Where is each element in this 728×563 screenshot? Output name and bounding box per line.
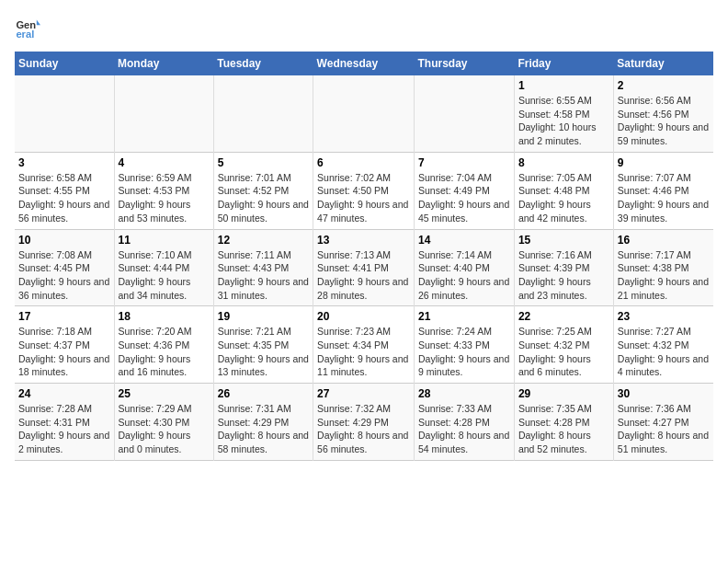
calendar-week-row: 3Sunrise: 6:58 AM Sunset: 4:55 PM Daylig… — [15, 152, 713, 229]
calendar-cell — [213, 75, 313, 152]
day-info: Sunrise: 7:24 AM Sunset: 4:33 PM Dayligh… — [418, 325, 510, 379]
weekday-header-monday: Monday — [114, 52, 213, 75]
day-number: 13 — [317, 234, 410, 247]
day-number: 7 — [418, 156, 510, 169]
calendar-cell: 29Sunrise: 7:35 AM Sunset: 4:28 PM Dayli… — [514, 384, 613, 461]
day-info: Sunrise: 7:29 AM Sunset: 4:30 PM Dayligh… — [119, 402, 210, 456]
calendar-cell: 17Sunrise: 7:18 AM Sunset: 4:37 PM Dayli… — [15, 306, 114, 384]
day-number: 14 — [418, 234, 510, 247]
calendar-cell: 26Sunrise: 7:31 AM Sunset: 4:29 PM Dayli… — [213, 384, 313, 461]
calendar-cell: 6Sunrise: 7:02 AM Sunset: 4:50 PM Daylig… — [313, 152, 415, 229]
calendar-cell: 4Sunrise: 6:59 AM Sunset: 4:53 PM Daylig… — [114, 152, 213, 229]
calendar-cell: 2Sunrise: 6:56 AM Sunset: 4:56 PM Daylig… — [613, 75, 713, 152]
day-number: 9 — [618, 156, 710, 169]
day-number: 17 — [18, 310, 110, 323]
day-info: Sunrise: 7:02 AM Sunset: 4:50 PM Dayligh… — [317, 171, 410, 225]
calendar-header: SundayMondayTuesdayWednesdayThursdayFrid… — [15, 52, 713, 75]
day-info: Sunrise: 7:14 AM Sunset: 4:40 PM Dayligh… — [418, 248, 510, 303]
day-info: Sunrise: 7:08 AM Sunset: 4:45 PM Dayligh… — [18, 248, 110, 303]
calendar-cell: 20Sunrise: 7:23 AM Sunset: 4:34 PM Dayli… — [313, 306, 415, 384]
calendar-cell: 5Sunrise: 7:01 AM Sunset: 4:52 PM Daylig… — [213, 152, 313, 229]
calendar-week-row: 17Sunrise: 7:18 AM Sunset: 4:37 PM Dayli… — [15, 306, 713, 384]
calendar-cell: 25Sunrise: 7:29 AM Sunset: 4:30 PM Dayli… — [114, 384, 213, 461]
day-number: 3 — [18, 156, 110, 169]
svg-marker-2 — [37, 20, 40, 26]
calendar-week-row: 1Sunrise: 6:55 AM Sunset: 4:58 PM Daylig… — [15, 75, 713, 152]
logo: Gen eral — [15, 15, 44, 40]
day-number: 29 — [518, 387, 609, 400]
day-number: 6 — [317, 156, 410, 169]
day-info: Sunrise: 7:32 AM Sunset: 4:29 PM Dayligh… — [317, 402, 410, 456]
day-info: Sunrise: 7:01 AM Sunset: 4:52 PM Dayligh… — [218, 171, 309, 225]
svg-text:eral: eral — [16, 29, 34, 40]
logo-icon: Gen eral — [15, 15, 40, 40]
day-info: Sunrise: 7:04 AM Sunset: 4:49 PM Dayligh… — [418, 171, 510, 225]
calendar-cell: 9Sunrise: 7:07 AM Sunset: 4:46 PM Daylig… — [613, 152, 713, 229]
day-info: Sunrise: 7:28 AM Sunset: 4:31 PM Dayligh… — [18, 402, 110, 456]
day-info: Sunrise: 7:36 AM Sunset: 4:27 PM Dayligh… — [618, 402, 710, 456]
day-number: 30 — [618, 387, 710, 400]
day-info: Sunrise: 7:20 AM Sunset: 4:36 PM Dayligh… — [119, 325, 210, 379]
day-info: Sunrise: 7:21 AM Sunset: 4:35 PM Dayligh… — [218, 325, 309, 379]
day-number: 19 — [218, 310, 309, 323]
day-info: Sunrise: 7:11 AM Sunset: 4:43 PM Dayligh… — [218, 248, 309, 303]
day-info: Sunrise: 6:58 AM Sunset: 4:55 PM Dayligh… — [18, 171, 110, 225]
day-number: 16 — [618, 234, 710, 247]
day-number: 28 — [418, 387, 510, 400]
calendar-cell: 12Sunrise: 7:11 AM Sunset: 4:43 PM Dayli… — [213, 229, 313, 306]
calendar-cell: 27Sunrise: 7:32 AM Sunset: 4:29 PM Dayli… — [313, 384, 415, 461]
calendar-cell: 1Sunrise: 6:55 AM Sunset: 4:58 PM Daylig… — [514, 75, 613, 152]
day-number: 11 — [119, 234, 210, 247]
calendar-cell: 3Sunrise: 6:58 AM Sunset: 4:55 PM Daylig… — [15, 152, 114, 229]
calendar-cell: 10Sunrise: 7:08 AM Sunset: 4:45 PM Dayli… — [15, 229, 114, 306]
day-number: 5 — [218, 156, 309, 169]
calendar-week-row: 24Sunrise: 7:28 AM Sunset: 4:31 PM Dayli… — [15, 384, 713, 461]
calendar-cell: 24Sunrise: 7:28 AM Sunset: 4:31 PM Dayli… — [15, 384, 114, 461]
day-info: Sunrise: 7:35 AM Sunset: 4:28 PM Dayligh… — [518, 402, 609, 456]
weekday-header-wednesday: Wednesday — [313, 52, 415, 75]
calendar-cell: 22Sunrise: 7:25 AM Sunset: 4:32 PM Dayli… — [514, 306, 613, 384]
weekday-header-thursday: Thursday — [415, 52, 515, 75]
day-info: Sunrise: 7:07 AM Sunset: 4:46 PM Dayligh… — [618, 171, 710, 225]
day-info: Sunrise: 7:16 AM Sunset: 4:39 PM Dayligh… — [518, 248, 609, 303]
calendar-cell — [313, 75, 415, 152]
day-info: Sunrise: 6:59 AM Sunset: 4:53 PM Dayligh… — [119, 171, 210, 225]
calendar-cell — [114, 75, 213, 152]
day-number: 10 — [18, 234, 110, 247]
day-info: Sunrise: 7:27 AM Sunset: 4:32 PM Dayligh… — [618, 325, 710, 379]
calendar-cell: 13Sunrise: 7:13 AM Sunset: 4:41 PM Dayli… — [313, 229, 415, 306]
day-number: 1 — [518, 79, 609, 92]
day-info: Sunrise: 6:56 AM Sunset: 4:56 PM Dayligh… — [618, 94, 710, 148]
day-number: 15 — [518, 234, 609, 247]
weekday-row: SundayMondayTuesdayWednesdayThursdayFrid… — [15, 52, 713, 75]
day-number: 23 — [618, 310, 710, 323]
calendar-cell — [15, 75, 114, 152]
weekday-header-friday: Friday — [514, 52, 613, 75]
calendar-cell: 16Sunrise: 7:17 AM Sunset: 4:38 PM Dayli… — [613, 229, 713, 306]
page-header: Gen eral — [15, 15, 713, 40]
calendar-body: 1Sunrise: 6:55 AM Sunset: 4:58 PM Daylig… — [15, 75, 713, 460]
day-number: 21 — [418, 310, 510, 323]
day-number: 12 — [218, 234, 309, 247]
day-info: Sunrise: 7:05 AM Sunset: 4:48 PM Dayligh… — [518, 171, 609, 225]
day-info: Sunrise: 7:23 AM Sunset: 4:34 PM Dayligh… — [317, 325, 410, 379]
day-number: 27 — [317, 387, 410, 400]
day-info: Sunrise: 7:18 AM Sunset: 4:37 PM Dayligh… — [18, 325, 110, 379]
day-number: 26 — [218, 387, 309, 400]
calendar-cell: 21Sunrise: 7:24 AM Sunset: 4:33 PM Dayli… — [415, 306, 515, 384]
day-number: 2 — [618, 79, 710, 92]
day-number: 20 — [317, 310, 410, 323]
calendar-cell: 7Sunrise: 7:04 AM Sunset: 4:49 PM Daylig… — [415, 152, 515, 229]
day-info: Sunrise: 7:17 AM Sunset: 4:38 PM Dayligh… — [618, 248, 710, 303]
day-number: 4 — [119, 156, 210, 169]
calendar-cell — [415, 75, 515, 152]
calendar-cell: 23Sunrise: 7:27 AM Sunset: 4:32 PM Dayli… — [613, 306, 713, 384]
day-info: Sunrise: 7:31 AM Sunset: 4:29 PM Dayligh… — [218, 402, 309, 456]
calendar-cell: 19Sunrise: 7:21 AM Sunset: 4:35 PM Dayli… — [213, 306, 313, 384]
calendar-cell: 18Sunrise: 7:20 AM Sunset: 4:36 PM Dayli… — [114, 306, 213, 384]
calendar-cell: 15Sunrise: 7:16 AM Sunset: 4:39 PM Dayli… — [514, 229, 613, 306]
calendar-cell: 28Sunrise: 7:33 AM Sunset: 4:28 PM Dayli… — [415, 384, 515, 461]
calendar-cell: 14Sunrise: 7:14 AM Sunset: 4:40 PM Dayli… — [415, 229, 515, 306]
day-info: Sunrise: 7:10 AM Sunset: 4:44 PM Dayligh… — [119, 248, 210, 303]
weekday-header-sunday: Sunday — [15, 52, 114, 75]
